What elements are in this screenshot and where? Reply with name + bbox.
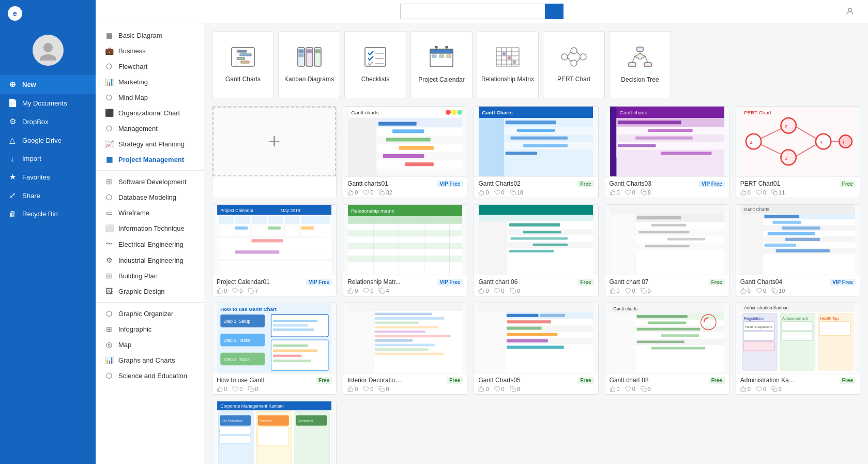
sidebar-item-import[interactable]: ↓ Import: [0, 149, 96, 168]
svg-rect-241: [375, 317, 445, 320]
svg-rect-244: [375, 331, 425, 333]
cat-icon-mind-map: ⬡: [105, 93, 113, 101]
svg-point-1: [40, 54, 56, 61]
template-badge-gantt04: VIP Free: [830, 279, 856, 286]
type-card-project-calendar[interactable]: Project Calendar: [410, 31, 473, 98]
svg-point-43: [571, 48, 577, 54]
template-card-gantt05[interactable]: Gantt Charts05 Free 0 0 8: [474, 303, 598, 395]
type-card-kanban-diagrams[interactable]: Kanban Diagrams: [278, 31, 340, 98]
type-card-checklists[interactable]: Checklists: [344, 31, 406, 98]
sidebar-item-favorites[interactable]: ★ Favorites: [0, 168, 96, 186]
cat-item-graphs-charts[interactable]: 📊 Graphs and Charts: [96, 352, 204, 368]
cat-item-electrical-engineering[interactable]: 〜 Electrical Engineering: [96, 236, 204, 252]
template-info-how-to-gantt: How to use Gantt Free 0 0 0: [212, 373, 336, 394]
cat-item-infographic[interactable]: ⊞ Infographic: [96, 321, 204, 337]
cat-label-infographic: Infographic: [118, 325, 151, 333]
template-card-interior-gantt[interactable]: Interior Decoration G... Free 0 0 0: [343, 303, 467, 395]
cat-icon-science-education: ⬡: [105, 371, 113, 380]
cat-item-information-technique[interactable]: ⬜ Information Technique: [96, 220, 204, 236]
cat-item-basic-diagram[interactable]: ▤ Basic Diagram: [96, 27, 204, 43]
cat-item-flowchart[interactable]: ⬡ Flowchart: [96, 58, 204, 74]
cat-item-database-modeling[interactable]: ⬡ Database Modeling: [96, 189, 204, 205]
template-card-blank[interactable]: +: [212, 106, 337, 198]
sidebar-item-google-drive[interactable]: △ Google Drive: [0, 131, 96, 149]
type-card-decision-tree[interactable]: Decision Tree: [609, 31, 671, 98]
cat-label-management: Management: [118, 125, 158, 132]
template-card-gantt07[interactable]: Gantt chart 07 Free 0 0 0: [605, 204, 729, 296]
template-card-gantt02[interactable]: Gantt Charts Gantt Charts02 Free 0: [474, 106, 598, 198]
cat-label-project-management: Project Management: [118, 156, 184, 163]
sidebar-item-share[interactable]: ⤢ Share: [0, 186, 96, 205]
sidebar-item-recycle-bin[interactable]: 🗑 Recycle Bin: [0, 205, 96, 223]
cat-label-building-plan: Building Plan: [118, 272, 158, 280]
type-card-gantt-charts[interactable]: Gantt Charts: [212, 31, 274, 98]
cat-label-basic-diagram: Basic Diagram: [118, 32, 162, 39]
template-card-gantt04[interactable]: Gantt Charts Gantt Charts04 VIP Free: [736, 204, 860, 296]
search-input[interactable]: [400, 4, 545, 19]
template-card-corp-kanban[interactable]: Corporate Management Kanban Key Objectiv…: [212, 401, 337, 464]
nav-icon-new: ⊕: [8, 80, 17, 89]
template-card-gantt01[interactable]: Gantt charts Gantt charts01 VIP Free: [343, 106, 467, 198]
template-card-gantt03[interactable]: Gantt charts Gantt Charts03 VIP Free 0: [605, 106, 729, 198]
template-card-gantt08[interactable]: Gantt charts Gantt chart 08 Free: [605, 303, 729, 395]
cat-item-graphic-organizer[interactable]: ⬡ Graphic Organizer: [96, 306, 204, 321]
stat-copies-gantt02: 18: [510, 189, 523, 196]
stat-copies-gantt07: 0: [641, 288, 651, 294]
sidebar-item-new[interactable]: ⊕ New: [0, 75, 96, 94]
search-button[interactable]: [545, 4, 564, 19]
svg-rect-161: [348, 236, 462, 243]
sidebar-item-my-documents[interactable]: 📄 My Documents: [0, 94, 96, 112]
cat-item-science-education[interactable]: ⬡ Science and Education: [96, 368, 204, 383]
cat-item-software-dev[interactable]: ⊞ Software Development: [96, 174, 204, 189]
svg-rect-275: [648, 322, 686, 324]
template-thumb-gantt01: Gantt charts: [343, 107, 467, 176]
template-badge-relationship01: VIP Free: [437, 279, 463, 286]
cat-item-organizational-chart[interactable]: ⬛ Organizational Chart: [96, 105, 204, 121]
cat-item-building-plan[interactable]: ⊞ Building Plan: [96, 268, 204, 283]
svg-rect-153: [219, 261, 333, 271]
template-card-pert01[interactable]: PERT Chart 1 2 3 4 T PERT Chart01 Free: [736, 106, 860, 198]
type-card-pert-chart[interactable]: PERT Chart: [543, 31, 605, 98]
svg-text:Progress: Progress: [260, 418, 272, 422]
stat-hearts-relationship01: 0: [363, 288, 373, 294]
cat-item-mind-map[interactable]: ⬡ Mind Map: [96, 89, 204, 105]
sidebar-item-dropbox[interactable]: ⚙ DropBox: [0, 112, 96, 131]
cat-item-industrial-engineering[interactable]: ⚙ Industrial Engineering: [96, 252, 204, 268]
svg-text:Completed: Completed: [298, 418, 313, 422]
cat-icon-strategy-planning: 📈: [105, 140, 113, 148]
stat-copies-gantt03: 8: [641, 189, 651, 196]
svg-point-2: [848, 8, 851, 11]
avatar: [33, 35, 64, 66]
type-card-relationship-matrix[interactable]: Relationship Matrix: [477, 31, 539, 98]
template-card-gantt06[interactable]: Gantt chart 06 Free 0 0 0: [474, 204, 598, 296]
template-card-how-to-gantt[interactable]: How to use Gantt Chart Step 1: Setup Ste…: [212, 303, 337, 395]
type-card-label-gantt-charts: Gantt Charts: [223, 76, 263, 83]
template-card-project-cal01[interactable]: Project Calendar May 2019: [212, 204, 337, 296]
template-card-relationship01[interactable]: Relationship matrix Relationship Matr...…: [343, 204, 467, 296]
type-cards-row: Gantt Charts Kanban Diagrams Checklists: [212, 31, 860, 98]
cat-item-project-management[interactable]: ▦ Project Management: [96, 152, 204, 167]
template-badge-gantt01: VIP Free: [437, 181, 463, 187]
template-thumb-gantt03: Gantt charts: [605, 107, 729, 176]
stat-likes-relationship01: 0: [347, 288, 358, 294]
svg-point-45: [580, 54, 586, 60]
cat-item-graphic-design[interactable]: 🖼 Graphic Design: [96, 283, 204, 299]
cat-icon-infographic: ⊞: [105, 325, 113, 333]
cat-item-business[interactable]: 💼 Business: [96, 43, 204, 58]
svg-rect-255: [507, 314, 539, 317]
cat-item-map[interactable]: ◎ Map: [96, 337, 204, 352]
cat-item-wireframe[interactable]: ▭ Wireframe: [96, 205, 204, 220]
template-card-admin-kanban[interactable]: Administration Kanban Regulations Health…: [736, 303, 860, 395]
nav-label-share: Share: [22, 192, 40, 200]
cat-item-strategy-planning[interactable]: 📈 Strategy and Planning: [96, 136, 204, 152]
cat-item-management[interactable]: ⬡ Management: [96, 121, 204, 136]
template-name-gantt02: Gantt Charts02: [478, 180, 520, 187]
template-name-admin-kanban: Administration Kanban: [740, 377, 797, 384]
svg-rect-93: [506, 152, 537, 155]
svg-point-40: [508, 56, 511, 59]
svg-rect-260: [507, 326, 542, 330]
svg-rect-127: [774, 192, 778, 196]
cat-label-industrial-engineering: Industrial Engineering: [118, 257, 184, 264]
cat-item-marketing[interactable]: 📊 Marketing: [96, 74, 204, 89]
header-login[interactable]: [845, 7, 858, 16]
